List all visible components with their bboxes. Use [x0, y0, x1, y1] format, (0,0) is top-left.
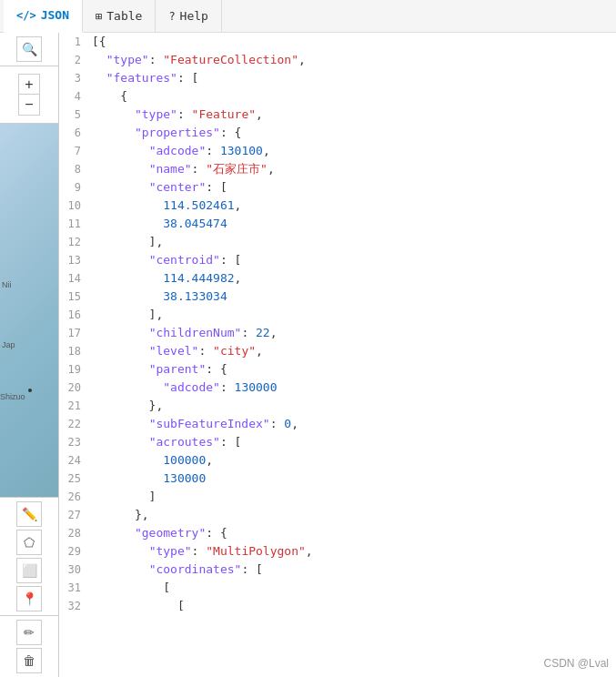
json-line-23: 23 "acroutes": [ [59, 433, 616, 451]
json-line-17: 17 "childrenNum": 22, [59, 324, 616, 342]
search-map-button[interactable]: 🔍 [16, 36, 42, 62]
json-line-12: 12 ], [59, 233, 616, 251]
json-line-29: 29 "type": "MultiPolygon", [59, 542, 616, 561]
map-label-nii: Nii [2, 280, 12, 289]
map-label-jap: Jap [2, 340, 15, 349]
json-line-19: 19 "parent": { [59, 360, 616, 379]
zoom-in-button[interactable]: + [19, 75, 39, 95]
json-line-32: 32 [ [59, 597, 616, 615]
json-line-9: 9 "center": [ [59, 178, 616, 197]
map-background[interactable]: Nii Jap Shizuo [0, 124, 58, 497]
json-line-30: 30 "coordinates": [ [59, 561, 616, 579]
json-line-22: 22 "subFeatureIndex": 0, [59, 415, 616, 433]
location-tool-button[interactable]: 📍 [16, 586, 42, 611]
map-label-shizuo: Shizuo [0, 392, 25, 401]
json-line-31: 31 [ [59, 579, 616, 597]
json-line-28: 28 "geometry": { [59, 524, 616, 542]
tab-table-label: Table [106, 9, 142, 23]
json-line-6: 6 "properties": { [59, 124, 616, 142]
json-line-3: 3 "features": [ [59, 69, 616, 87]
json-line-27: 27 }, [59, 506, 616, 524]
json-line-2: 2 "type": "FeatureCollection", [59, 51, 616, 69]
tab-json[interactable]: </> JSON [4, 0, 83, 33]
map-tools: ✏️ ⬠ ⬜ 📍 [0, 497, 58, 615]
json-line-7: 7 "adcode": 130100, [59, 142, 616, 160]
draw-tool-button[interactable]: ✏️ [16, 501, 42, 527]
polygon-tool-button[interactable]: ⬠ [16, 530, 42, 555]
tab-table[interactable]: ⊞ Table [83, 0, 156, 33]
json-line-20: 20 "adcode": 130000 [59, 379, 616, 397]
json-line-25: 25 130000 [59, 470, 616, 488]
json-line-21: 21 }, [59, 397, 616, 415]
tab-help[interactable]: ? Help [156, 0, 222, 33]
json-line-8: 8 "name": "石家庄市", [59, 160, 616, 178]
json-line-16: 16 ], [59, 306, 616, 324]
json-line-4: 4 { [59, 87, 616, 106]
zoom-out-button[interactable]: − [19, 95, 39, 115]
json-line-5: 5 "type": "Feature", [59, 106, 616, 124]
json-line-11: 11 38.045474 [59, 215, 616, 233]
json-line-24: 24 100000, [59, 451, 616, 470]
tab-json-label: JSON [41, 8, 69, 22]
tab-help-label: Help [180, 9, 208, 23]
json-editor[interactable]: 1 [{ 2 "type": "FeatureCollection", 3 "f… [59, 33, 616, 677]
table-icon: ⊞ [96, 10, 102, 23]
json-line-13: 13 "centroid": [ [59, 251, 616, 269]
map-panel: 🔍 + − Nii Jap Shizuo ✏️ ⬠ ⬜ 📍 ✏ 🗑 [0, 33, 59, 677]
zoom-controls: + − [18, 74, 40, 116]
main-area: 🔍 + − Nii Jap Shizuo ✏️ ⬠ ⬜ 📍 ✏ 🗑 [0, 33, 616, 677]
help-icon: ? [168, 10, 175, 23]
square-tool-button[interactable]: ⬜ [16, 558, 42, 583]
json-line-10: 10 114.502461, [59, 197, 616, 215]
json-line-15: 15 38.133034 [59, 288, 616, 306]
json-icon: </> [16, 9, 36, 22]
edit-tool-button[interactable]: ✏ [16, 620, 42, 645]
json-line-14: 14 114.444982, [59, 269, 616, 288]
tab-bar: </> JSON ⊞ Table ? Help [0, 0, 616, 33]
json-line-1: 1 [{ [59, 33, 616, 51]
json-line-26: 26 ] [59, 488, 616, 506]
json-line-18: 18 "level": "city", [59, 342, 616, 360]
map-toolbar: 🔍 [0, 33, 58, 66]
watermark: CSDN @Lval [543, 657, 609, 670]
map-dot [28, 389, 32, 392]
delete-tool-button[interactable]: 🗑 [16, 648, 42, 673]
